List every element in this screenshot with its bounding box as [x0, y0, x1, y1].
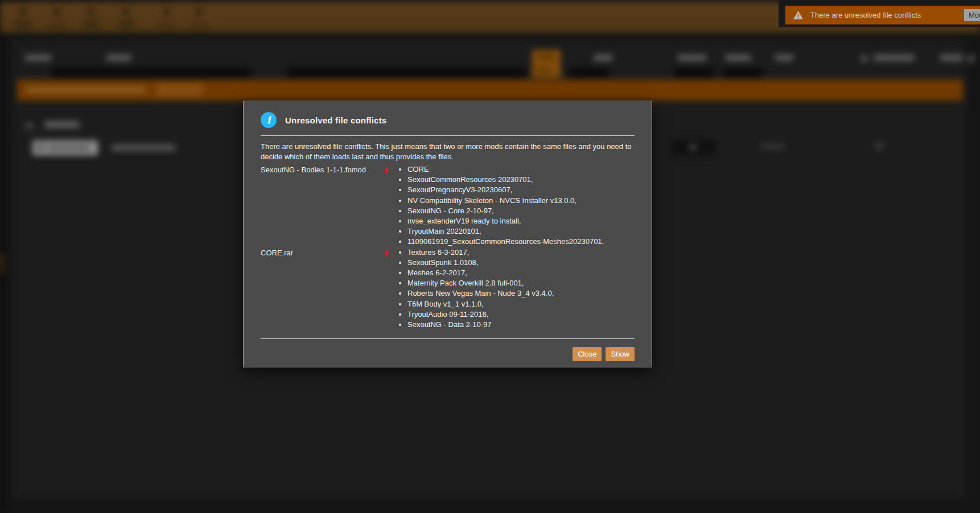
show-button[interactable]: Show — [606, 347, 635, 361]
notification-banner[interactable]: There are unresolved file conflicts — [785, 6, 980, 24]
conflict-target: Maternity Pack Overkill 2.8 full-001, — [407, 278, 635, 288]
conflict-target: SexoutPregnancyV3-20230607, — [407, 185, 635, 195]
conflict-target-list: CORESexoutCommonResources 20230701,Sexou… — [398, 164, 635, 247]
dialog-title: Unresolved file conflicts — [285, 115, 386, 125]
conflict-flag-icon — [374, 164, 398, 247]
conflict-source-name: SexoutNG - Bodies 1-1-1.fomod — [261, 164, 374, 247]
conflict-target: TryoutAudio 09-11-2016, — [407, 309, 635, 320]
warning-icon — [793, 11, 803, 19]
dialog-description: There are unresolved file conflicts. Thi… — [261, 142, 635, 162]
conflict-target-list: Textures 6-3-2017,SexoutSpunk 1.0108,Mes… — [398, 247, 635, 330]
app-window: There are unresolved file conflicts More… — [0, 0, 980, 513]
info-icon: i — [261, 112, 277, 128]
conflict-target: SexoutNG - Data 2-10-97 — [407, 320, 635, 330]
conflict-target: SexoutCommonResources 20230701, — [407, 175, 635, 185]
unresolved-conflicts-dialog: i Unresolved file conflicts There are un… — [243, 101, 652, 367]
conflict-target: T6M Body v1_1 v1.1.0, — [407, 299, 635, 309]
notification-more-button[interactable]: More — [964, 9, 980, 21]
conflict-flag-icon — [374, 247, 398, 330]
conflict-source-name: CORE.rar — [261, 247, 374, 330]
conflict-target: TryoutMain 20220101, — [407, 226, 635, 237]
conflict-row: SexoutNG - Bodies 1-1-1.fomodCORESexoutC… — [261, 164, 635, 247]
conflict-target: SexoutNG - Core 2-10-97, — [407, 206, 635, 216]
dialog-body: There are unresolved file conflicts. Thi… — [261, 136, 635, 330]
conflict-target: SexoutSpunk 1.0108, — [407, 258, 635, 268]
conflict-target: NV Compatibility Skeleton - NVCS Install… — [407, 196, 635, 206]
conflict-row: CORE.rarTextures 6-3-2017,SexoutSpunk 1.… — [261, 247, 635, 330]
conflict-target: CORE — [407, 164, 635, 175]
close-button[interactable]: Close — [573, 347, 602, 361]
conflict-target: Textures 6-3-2017, — [407, 247, 635, 258]
conflict-target: Roberts New Vegas Main - Nude 3_4 v3.4.0… — [407, 288, 635, 299]
notification-text: There are unresolved file conflicts — [810, 11, 921, 19]
dialog-footer: Close Show — [261, 339, 635, 369]
conflict-target: Meshes 6-2-2017, — [407, 268, 635, 278]
conflict-target: nvse_extenderV19 ready to install, — [407, 216, 635, 226]
dialog-header: i Unresolved file conflicts — [261, 101, 635, 135]
conflict-list: SexoutNG - Bodies 1-1-1.fomodCORESexoutC… — [261, 164, 635, 330]
conflict-target: 1109061919_SexoutCommonResources-Meshes2… — [407, 237, 635, 247]
